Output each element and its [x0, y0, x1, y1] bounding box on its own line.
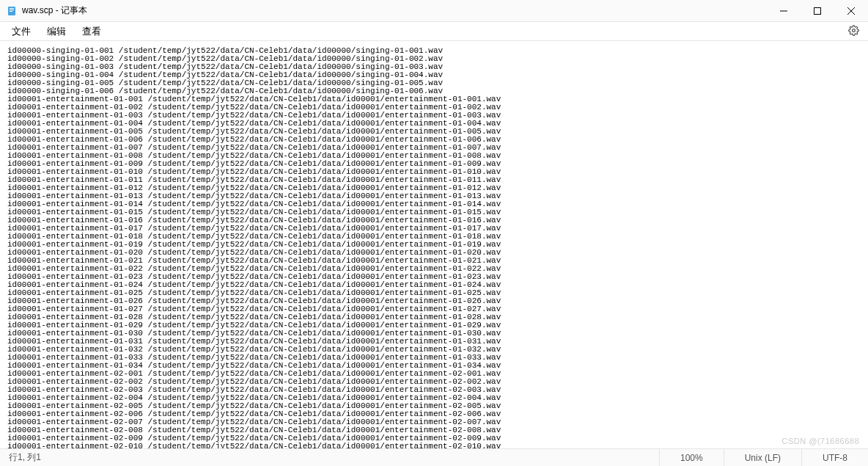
- window-title: wav.scp - 记事本: [22, 4, 767, 17]
- titlebar: wav.scp - 记事本: [0, 0, 868, 22]
- menu-file[interactable]: 文件: [4, 23, 38, 40]
- status-line-ending[interactable]: Unix (LF): [724, 449, 801, 466]
- menubar: 文件 编辑 查看: [0, 22, 868, 41]
- close-button[interactable]: [834, 0, 868, 21]
- menu-view[interactable]: 查看: [75, 23, 108, 40]
- svg-rect-1: [10, 8, 14, 9]
- settings-button[interactable]: [843, 23, 864, 40]
- svg-rect-3: [10, 11, 12, 12]
- text-line[interactable]: id00001-entertainment-02-010 /student/te…: [7, 443, 868, 448]
- status-position[interactable]: 行1, 列1: [0, 451, 659, 464]
- svg-rect-2: [10, 10, 14, 10]
- maximize-button[interactable]: [801, 0, 834, 21]
- status-encoding[interactable]: UTF-8: [801, 449, 868, 466]
- statusbar: 行1, 列1 100% Unix (LF) UTF-8: [0, 448, 868, 466]
- window-controls: [767, 0, 868, 21]
- svg-rect-5: [814, 7, 821, 14]
- svg-point-8: [852, 29, 855, 32]
- menu-edit[interactable]: 编辑: [40, 23, 73, 40]
- status-zoom[interactable]: 100%: [659, 449, 724, 466]
- text-editor[interactable]: id00000-singing-01-001 /student/temp/jyt…: [0, 41, 868, 448]
- app-icon: [6, 5, 18, 17]
- minimize-button[interactable]: [767, 0, 801, 21]
- gear-icon: [848, 25, 859, 38]
